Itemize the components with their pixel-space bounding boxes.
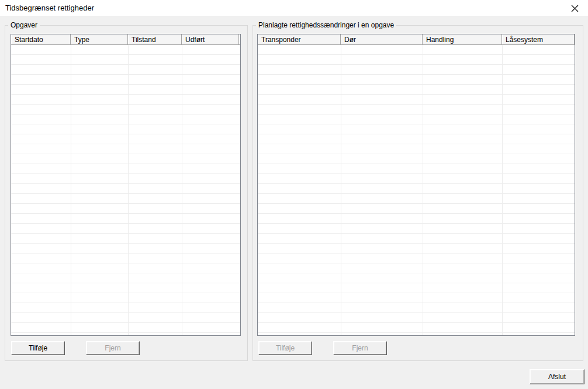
planlagte-remove-button[interactable]: Fjern <box>333 341 387 355</box>
opgaver-group: Opgaver Startdato Type Tilstand Udført T… <box>5 25 248 361</box>
opgaver-add-button[interactable]: Tilføje <box>11 341 65 355</box>
column-header-type[interactable]: Type <box>71 34 128 45</box>
opgaver-table-body[interactable] <box>11 45 240 335</box>
afslut-button[interactable]: Afslut <box>530 369 584 384</box>
column-header-udfoert[interactable]: Udført <box>182 34 239 45</box>
column-header-doer[interactable]: Dør <box>341 34 423 45</box>
opgaver-table: Startdato Type Tilstand Udført <box>11 34 241 336</box>
dialog-tidsbegraenset-rettigheder: Tidsbegrænset rettigheder Opgaver Startd… <box>0 0 588 389</box>
close-icon <box>571 5 579 12</box>
close-button[interactable] <box>562 0 588 16</box>
planlagte-table: Transponder Dør Handling Låsesystem <box>257 34 575 336</box>
opgaver-group-title: Opgaver <box>8 21 40 30</box>
grid-vline <box>182 45 182 335</box>
planlagte-table-body[interactable] <box>258 45 575 335</box>
titlebar: Tidsbegrænset rettigheder <box>0 0 588 17</box>
column-header-tilstand[interactable]: Tilstand <box>128 34 182 45</box>
window-title: Tidsbegrænset rettigheder <box>5 4 94 12</box>
grid-vline <box>423 45 423 335</box>
column-header-filler <box>239 34 240 45</box>
column-header-laasesystem[interactable]: Låsesystem <box>502 34 575 45</box>
planlagte-table-header: Transponder Dør Handling Låsesystem <box>258 34 575 45</box>
planlagte-aendringer-group-title: Planlagte rettighedssændringer i en opga… <box>256 21 396 30</box>
grid-vline <box>71 45 71 335</box>
opgaver-table-header: Startdato Type Tilstand Udført <box>11 34 240 45</box>
grid-vline <box>341 45 341 335</box>
planlagte-add-button[interactable]: Tilføje <box>258 341 312 355</box>
planlagte-aendringer-group: Planlagte rettighedssændringer i en opga… <box>253 25 583 361</box>
column-header-transponder[interactable]: Transponder <box>258 34 341 45</box>
opgaver-remove-button[interactable]: Fjern <box>86 341 140 355</box>
grid-vline <box>128 45 129 335</box>
column-header-handling[interactable]: Handling <box>423 34 502 45</box>
grid-vline <box>502 45 503 335</box>
column-header-startdato[interactable]: Startdato <box>11 34 71 45</box>
